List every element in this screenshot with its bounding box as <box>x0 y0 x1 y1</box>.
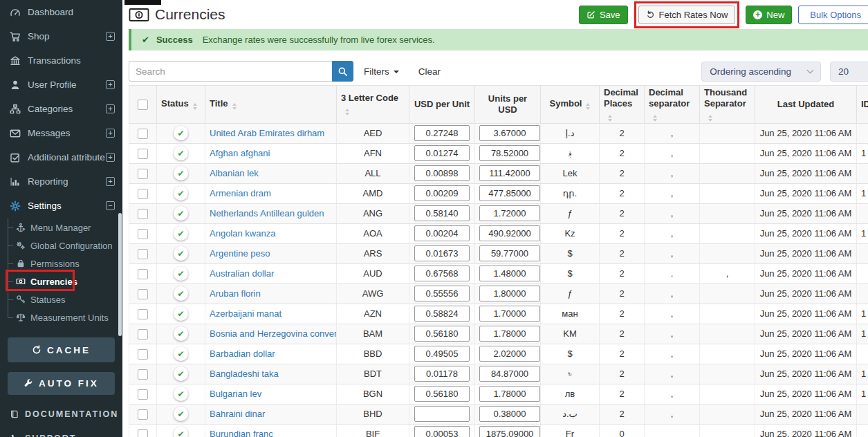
status-active-icon[interactable]: ✔ <box>174 146 188 160</box>
row-checkbox[interactable] <box>138 229 148 239</box>
status-active-icon[interactable]: ✔ <box>174 346 188 361</box>
units-per-usd-input[interactable] <box>479 245 540 261</box>
status-active-icon[interactable]: ✔ <box>174 246 188 261</box>
usd-per-unit-input[interactable] <box>414 165 470 181</box>
row-checkbox[interactable] <box>138 289 148 299</box>
currency-title-link[interactable]: Azerbaijani manat <box>210 308 281 319</box>
sidebar-subitem-global-configuration[interactable]: Global Configuration <box>0 236 122 254</box>
row-checkbox[interactable] <box>138 189 148 199</box>
expand-toggle-icon[interactable]: + <box>106 153 115 162</box>
search-input[interactable] <box>129 61 332 82</box>
currency-title-link[interactable]: Armenian dram <box>210 188 271 198</box>
sidebar-item-categories[interactable]: Categories+ <box>0 97 122 121</box>
units-per-usd-input[interactable] <box>479 286 540 301</box>
row-checkbox[interactable] <box>138 349 148 360</box>
column-header-decimal-places[interactable]: Decimal Places <box>600 86 645 124</box>
currency-title-link[interactable]: Bangladeshi taka <box>210 369 279 379</box>
usd-per-unit-input[interactable] <box>414 185 470 201</box>
status-active-icon[interactable]: ✔ <box>174 427 188 437</box>
column-header-symbol[interactable]: Symbol <box>541 86 600 124</box>
row-checkbox[interactable] <box>138 369 148 380</box>
row-checkbox[interactable] <box>138 389 148 400</box>
status-active-icon[interactable]: ✔ <box>174 387 188 401</box>
usd-per-unit-input[interactable] <box>414 346 470 362</box>
row-checkbox[interactable] <box>138 249 148 259</box>
status-active-icon[interactable]: ✔ <box>174 186 188 201</box>
expand-toggle-icon[interactable]: + <box>106 32 115 41</box>
currency-title-link[interactable]: Argentine peso <box>210 248 270 259</box>
new-button[interactable]: + New <box>746 6 792 24</box>
status-active-icon[interactable]: ✔ <box>174 306 188 321</box>
row-checkbox[interactable] <box>138 209 148 219</box>
sidebar-item-dashboard[interactable]: Dashboard <box>0 0 122 24</box>
sort-carets-icon[interactable] <box>586 103 590 110</box>
usd-per-unit-input[interactable] <box>414 326 470 342</box>
column-header-decimal-separator[interactable]: Decimal separator <box>645 86 700 124</box>
units-per-usd-input[interactable] <box>479 366 540 382</box>
clear-link[interactable]: Clear <box>418 66 441 77</box>
usd-per-unit-input[interactable] <box>414 426 470 437</box>
row-checkbox[interactable] <box>138 429 148 437</box>
usd-per-unit-input[interactable] <box>414 386 470 402</box>
sort-carets-icon[interactable] <box>708 115 712 122</box>
row-checkbox[interactable] <box>138 129 148 139</box>
usd-per-unit-input[interactable] <box>414 145 470 161</box>
sidebar-item-reporting[interactable]: Reporting+ <box>0 169 122 194</box>
column-header-3-letter-code[interactable]: 3 Letter Code <box>337 86 409 124</box>
bulk-options-button[interactable]: Bulk Options <box>798 6 868 24</box>
row-checkbox[interactable] <box>138 169 148 179</box>
currency-title-link[interactable]: Afghan afghani <box>210 148 270 158</box>
sidebar-subitem-menu-manager[interactable]: Menu Manager <box>0 218 122 236</box>
status-active-icon[interactable]: ✔ <box>174 166 188 180</box>
expand-toggle-icon[interactable]: + <box>106 129 115 138</box>
units-per-usd-input[interactable] <box>479 326 540 342</box>
units-per-usd-input[interactable] <box>479 426 540 437</box>
status-active-icon[interactable]: ✔ <box>174 266 188 281</box>
usd-per-unit-input[interactable] <box>414 406 470 422</box>
units-per-usd-input[interactable] <box>479 185 540 201</box>
status-active-icon[interactable]: ✔ <box>174 206 188 221</box>
status-active-icon[interactable]: ✔ <box>174 407 188 421</box>
sidebar-subitem-measurement-units[interactable]: Measurement Units <box>0 308 122 326</box>
currency-title-link[interactable]: Barbadian dollar <box>210 348 275 359</box>
status-active-icon[interactable]: ✔ <box>174 326 188 341</box>
sidebar-item-messages[interactable]: Messages+ <box>0 121 122 145</box>
cache-button[interactable]: CACHE <box>8 337 115 362</box>
units-per-usd-input[interactable] <box>479 165 540 181</box>
sidebar-item-settings[interactable]: Settings− <box>0 194 122 218</box>
column-header-title[interactable]: Title <box>205 86 337 124</box>
auto-fix-button[interactable]: AUTO FIX <box>8 372 115 395</box>
status-active-icon[interactable]: ✔ <box>174 366 188 381</box>
currency-title-link[interactable]: Bulgarian lev <box>210 389 261 399</box>
search-button[interactable] <box>332 61 353 82</box>
currency-title-link[interactable]: Albanian lek <box>210 168 259 178</box>
usd-per-unit-input[interactable] <box>414 266 470 281</box>
row-checkbox[interactable] <box>138 149 148 159</box>
currency-title-link[interactable]: United Arab Emirates dirham <box>210 128 324 138</box>
row-checkbox[interactable] <box>138 329 148 340</box>
row-checkbox[interactable] <box>138 409 148 420</box>
sidebar-item-additional-attribute[interactable]: Additional attribute+ <box>0 145 122 169</box>
fetch-rates-button[interactable]: Fetch Rates Now <box>638 6 736 24</box>
save-button[interactable]: Save <box>579 6 628 24</box>
documentation-link[interactable]: DOCUMENTATION <box>10 409 122 419</box>
status-active-icon[interactable]: ✔ <box>174 226 188 241</box>
units-per-usd-input[interactable] <box>479 205 540 221</box>
sidebar-item-transactions[interactable]: Transactions <box>0 48 122 73</box>
usd-per-unit-input[interactable] <box>414 286 470 301</box>
usd-per-unit-input[interactable] <box>414 306 470 322</box>
filters-dropdown[interactable]: Filters <box>364 66 399 77</box>
sidebar-subitem-permissions[interactable]: Permissions <box>0 254 122 272</box>
column-header-thousand-separator[interactable]: Thousand Separator <box>700 86 755 124</box>
sort-carets-icon[interactable] <box>608 115 612 122</box>
sidebar-subitem-currencies[interactable]: Currencies <box>0 272 122 290</box>
currency-title-link[interactable]: Burundian franc <box>210 429 273 437</box>
usd-per-unit-input[interactable] <box>414 225 470 241</box>
units-per-usd-input[interactable] <box>479 145 540 161</box>
sort-carets-icon[interactable] <box>653 115 657 122</box>
row-checkbox[interactable] <box>138 269 148 279</box>
units-per-usd-input[interactable] <box>479 346 540 362</box>
currency-title-link[interactable]: Bosnia and Herzegovina convert <box>210 328 337 339</box>
status-active-icon[interactable]: ✔ <box>174 126 188 140</box>
page-size-select[interactable]: 20 <box>830 62 868 82</box>
